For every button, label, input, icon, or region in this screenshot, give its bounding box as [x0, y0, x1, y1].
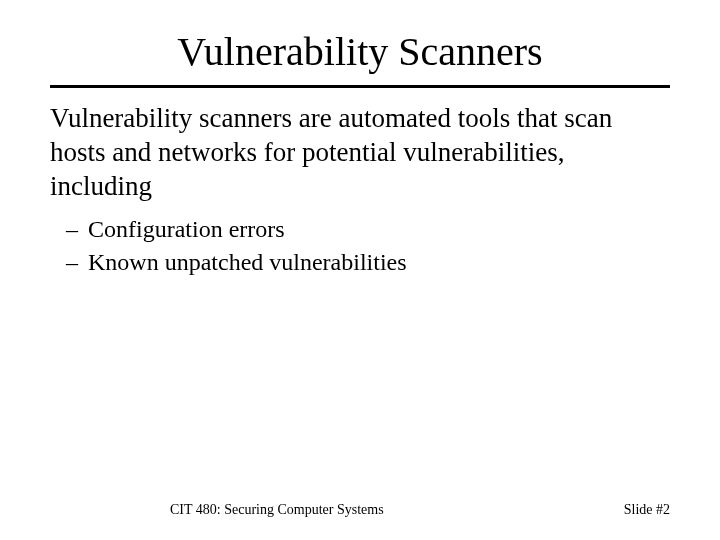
slide-title: Vulnerability Scanners: [50, 28, 670, 75]
title-divider: [50, 85, 670, 88]
bullet-list: Configuration errors Known unpatched vul…: [50, 213, 670, 278]
footer-slide-number: Slide #2: [624, 502, 670, 518]
slide-container: Vulnerability Scanners Vulnerability sca…: [0, 0, 720, 540]
body-paragraph: Vulnerability scanners are automated too…: [50, 102, 670, 203]
list-item: Configuration errors: [88, 213, 670, 245]
footer-course: CIT 480: Securing Computer Systems: [170, 502, 384, 518]
list-item: Known unpatched vulnerabilities: [88, 246, 670, 278]
slide-footer: CIT 480: Securing Computer Systems Slide…: [0, 502, 720, 518]
